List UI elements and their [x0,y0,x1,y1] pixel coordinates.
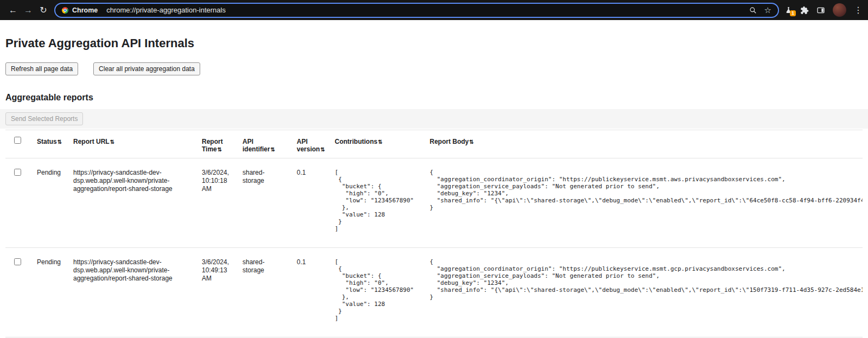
aggregatable-reports-table: Status⇅ Report URL⇅ Report Time⇅ API ide… [5,130,863,337]
cell-report-time: 3/6/2024, 10:10:18 AM [202,158,242,248]
clear-all-button[interactable]: Clear all private aggregation data [93,62,200,75]
flask-extension-icon[interactable]: 1 [784,6,793,14]
address-bar[interactable]: Chrome chrome://private-aggregation-inte… [54,3,779,18]
row-checkbox[interactable] [14,169,21,176]
menu-icon[interactable]: ⋮ [854,5,863,15]
cell-select [5,248,37,337]
cell-contributions: [ { "bucket": { "high": "0", "low": "123… [335,248,430,337]
profile-avatar[interactable] [833,3,846,17]
reload-icon[interactable]: ↻ [36,3,51,18]
cell-contributions: [ { "bucket": { "high": "0", "low": "123… [335,158,430,248]
site-chip-label: Chrome [72,7,98,14]
cell-select [5,158,37,248]
cell-report-time: 3/6/2024, 10:49:13 AM [202,248,242,337]
bookmark-star-icon[interactable]: ☆ [764,5,771,15]
cell-report-body: { "aggregation_coordinator_origin": "htt… [430,248,863,337]
side-panel-icon[interactable] [816,6,825,15]
col-contributions-label: Contributions [335,138,378,145]
col-status[interactable]: Status⇅ [37,130,73,158]
table-row: Pending https://privacy-sandcastle-dev-d… [5,158,863,248]
sort-icon: ⇅ [271,146,275,152]
forward-icon[interactable]: → [21,3,36,18]
send-selected-reports-button[interactable]: Send Selected Reports [5,112,83,125]
col-report-body[interactable]: Report Body⇅ [430,130,863,158]
cell-status: Pending [37,248,73,337]
aggregatable-reports-heading: Aggregatable reports [5,93,863,103]
col-select [5,130,37,158]
col-status-label: Status [37,138,57,145]
col-api-identifier[interactable]: API identifier⇅ [242,130,297,158]
cell-api-identifier: shared-storage [242,158,297,248]
toolbar-right-cluster: 1 ⋮ [784,3,863,17]
cell-report-body: { "aggregation_coordinator_origin": "htt… [430,158,863,248]
sort-icon: ⇅ [378,139,382,145]
col-api-version-label: API version [297,138,320,153]
extensions-puzzle-icon[interactable] [800,6,809,15]
url-text[interactable]: chrome://private-aggregation-internals [106,6,226,14]
browser-toolbar: ← → ↻ Chrome chrome://private-aggregatio… [0,0,868,20]
col-report-url[interactable]: Report URL⇅ [73,130,202,158]
col-api-identifier-label: API identifier [242,138,270,153]
zoom-icon[interactable] [749,7,757,14]
cell-api-version: 0.1 [297,158,335,248]
page-actions: Refresh all page data Clear all private … [5,62,863,75]
sort-icon: ⇅ [218,146,222,152]
table-row: Pending https://privacy-sandcastle-dev-d… [5,248,863,337]
col-report-url-label: Report URL [73,138,110,145]
select-all-checkbox[interactable] [14,137,21,144]
cell-report-url: https://privacy-sandcastle-dev-dsp.web.a… [73,248,202,337]
refresh-all-button[interactable]: Refresh all page data [5,62,78,75]
sort-icon: ⇅ [469,139,474,145]
contributions-json: [ { "bucket": { "high": "0", "low": "123… [335,169,423,232]
table-header-row: Status⇅ Report URL⇅ Report Time⇅ API ide… [5,130,863,158]
sort-icon: ⇅ [58,139,62,145]
cell-report-url: https://privacy-sandcastle-dev-dsp.web.a… [73,158,202,248]
cell-api-identifier: shared-storage [242,248,297,337]
avatar-image [833,3,846,17]
cell-status: Pending [37,158,73,248]
page-title: Private Aggregation API Internals [5,36,863,50]
col-report-body-label: Report Body [430,138,469,145]
cell-api-version: 0.1 [297,248,335,337]
report-body-json: { "aggregation_coordinator_origin": "htt… [430,169,863,211]
col-contributions[interactable]: Contributions⇅ [335,130,430,158]
back-icon[interactable]: ← [5,3,21,18]
row-checkbox[interactable] [14,258,21,265]
extension-badge: 1 [790,10,796,16]
col-api-version[interactable]: API version⇅ [297,130,335,158]
col-report-time[interactable]: Report Time⇅ [202,130,242,158]
report-body-json: { "aggregation_coordinator_origin": "htt… [430,258,863,301]
sort-icon: ⇅ [321,146,325,152]
chrome-logo-icon [62,7,68,14]
contributions-json: [ { "bucket": { "high": "0", "low": "123… [335,258,423,322]
page-content: Private Aggregation API Internals Refres… [0,36,868,337]
table-toolbar: Send Selected Reports [0,109,868,129]
sort-icon: ⇅ [110,139,114,145]
